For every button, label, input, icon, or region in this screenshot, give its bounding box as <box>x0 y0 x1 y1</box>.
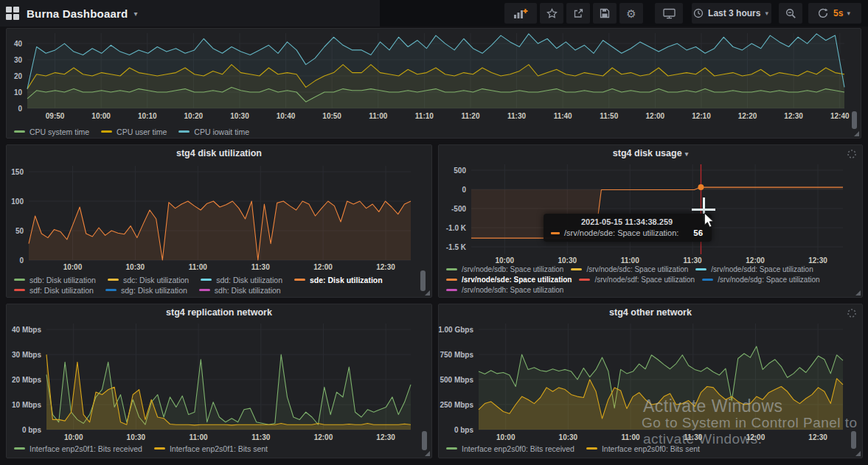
legend-item[interactable]: /srv/node/sdh: Space utilization <box>446 285 563 295</box>
legend-item[interactable]: Interface enp2s0f1: Bits received <box>14 444 142 453</box>
svg-text:12:10: 12:10 <box>692 112 711 120</box>
svg-text:10:00: 10:00 <box>496 433 515 441</box>
legend-item[interactable]: /srv/node/sdg: Space utilization <box>702 275 819 284</box>
legend-item[interactable]: CPU iowait time <box>178 127 249 136</box>
svg-text:12:30: 12:30 <box>808 433 827 441</box>
panel-title[interactable]: stg4 disk usage▾ <box>439 148 862 158</box>
activate-windows-watermark: Go to System in Control Panel to <box>642 415 858 431</box>
time-range-picker[interactable]: Last 3 hours ▾ <box>692 3 771 24</box>
graph-tooltip: 2021-05-15 11:34:38.259 /srv/node/sde: S… <box>544 214 712 242</box>
svg-text:11:10: 11:10 <box>415 112 434 120</box>
svg-text:11:00: 11:00 <box>622 433 640 441</box>
svg-text:11:20: 11:20 <box>461 112 479 120</box>
svg-text:11:30: 11:30 <box>251 433 270 441</box>
panel-resize-handle[interactable] <box>854 131 859 136</box>
legend-item[interactable]: /srv/node/sde: Space utilization <box>446 275 572 284</box>
svg-text:10:10: 10:10 <box>138 112 157 120</box>
svg-text:0 bps: 0 bps <box>454 426 474 434</box>
svg-text:10:40: 10:40 <box>277 112 296 120</box>
legend-item[interactable]: sdc: Disk utilization <box>108 275 189 284</box>
svg-text:-1.5 K: -1.5 K <box>446 243 467 251</box>
share-button[interactable] <box>566 3 590 24</box>
panel-replication-network: stg4 replication network 0 bps10 Mbps20 … <box>6 304 432 458</box>
scrollbar[interactable] <box>852 111 857 129</box>
panel-resize-handle[interactable] <box>855 451 861 456</box>
panel-title[interactable]: stg4 replication network <box>7 307 431 318</box>
panel-resize-handle[interactable] <box>425 290 430 296</box>
refresh-button[interactable]: 5s ▾ <box>808 3 861 24</box>
chevron-down-icon: ▾ <box>847 10 850 17</box>
navbar-toolbar: ⚙ Last 3 hours ▾ <box>501 3 861 24</box>
scrollbar[interactable] <box>422 431 427 450</box>
star-button[interactable] <box>540 3 563 24</box>
legend-item[interactable]: sde: Disk utilization <box>294 275 383 284</box>
grafana-logo-icon[interactable] <box>6 7 19 20</box>
chevron-down-icon: ▾ <box>685 150 689 158</box>
legend-item[interactable]: Interface enp2s0f1: Bits sent <box>154 444 268 453</box>
svg-text:0: 0 <box>18 105 22 113</box>
activate-windows-watermark: Activate Windows <box>643 396 783 416</box>
svg-text:10:00: 10:00 <box>496 256 515 265</box>
svg-text:750 Mbps: 750 Mbps <box>440 351 473 359</box>
panel-title[interactable]: stg4 other network <box>439 307 862 318</box>
svg-text:11:00: 11:00 <box>190 433 208 441</box>
legend-item[interactable]: /srv/node/sdb: Space utilization <box>446 265 563 274</box>
legend-item[interactable]: CPU system time <box>14 127 89 136</box>
svg-text:10: 10 <box>14 88 23 97</box>
legend-item[interactable]: /srv/node/sdc: Space utilization <box>571 265 688 274</box>
dashboard-title[interactable]: Burna Dashboaard <box>27 7 128 20</box>
svg-text:500: 500 <box>454 167 466 175</box>
svg-text:12:40: 12:40 <box>830 112 850 120</box>
svg-text:0: 0 <box>19 256 24 265</box>
tooltip-series-swatch <box>551 232 560 234</box>
time-range-label: Last 3 hours <box>708 8 760 18</box>
svg-text:-500: -500 <box>451 205 466 213</box>
dashboard-header: Burna Dashboaard ▾ <box>0 0 380 27</box>
cycle-view-mode-button[interactable] <box>655 3 683 24</box>
cpu-graph-chart[interactable]: 01020304009:5010:0010:1010:2010:3010:401… <box>7 29 861 138</box>
svg-text:12:00: 12:00 <box>646 112 665 120</box>
zoom-out-button[interactable] <box>779 3 802 24</box>
legend-item[interactable]: sdf: Disk utilization <box>14 285 94 295</box>
disk-usage-legend: /srv/node/sdb: Space utilization/srv/nod… <box>446 265 843 295</box>
save-button[interactable] <box>593 3 617 24</box>
tooltip-series-label: /srv/node/sde: Space utilization: <box>564 228 678 237</box>
panel-resize-handle[interactable] <box>855 290 861 296</box>
navbar: Burna Dashboaard ▾ <box>0 0 868 27</box>
legend-item[interactable]: sdh: Disk utilization <box>199 285 281 295</box>
svg-text:30 Mbps: 30 Mbps <box>12 351 41 359</box>
panel-title[interactable]: stg4 disk utilization <box>7 148 431 158</box>
scrollbar[interactable] <box>851 431 856 449</box>
svg-text:10:30: 10:30 <box>126 263 145 271</box>
panel-cpu-graph: 01020304009:5010:0010:1010:2010:3010:401… <box>6 28 861 139</box>
svg-text:10:30: 10:30 <box>127 433 146 441</box>
legend-item[interactable]: /srv/node/sdd: Space utilization <box>695 265 813 274</box>
replication-network-chart[interactable]: 0 bps10 Mbps20 Mbps30 Mbps40 Mbps10:0010… <box>7 304 431 458</box>
legend-item[interactable]: sdb: Disk utilization <box>14 275 96 284</box>
legend-item[interactable]: /srv/node/sdf: Space utilization <box>579 275 695 284</box>
svg-text:10:30: 10:30 <box>559 433 578 441</box>
panel-resize-handle[interactable] <box>425 451 430 456</box>
legend-item[interactable]: CPU user time <box>101 127 167 136</box>
svg-text:12:30: 12:30 <box>376 433 395 441</box>
settings-button[interactable]: ⚙ <box>619 3 643 24</box>
activate-windows-watermark: activate Windows. <box>643 431 763 447</box>
svg-text:100: 100 <box>11 197 24 206</box>
cpu-graph-legend: CPU system timeCPU user timeCPU iowait t… <box>14 127 841 136</box>
legend-item[interactable]: sdd: Disk utilization <box>201 275 282 284</box>
svg-text:150: 150 <box>11 168 24 176</box>
add-panel-button[interactable] <box>504 3 537 24</box>
svg-text:10:50: 10:50 <box>322 112 341 120</box>
svg-text:11:30: 11:30 <box>251 263 270 271</box>
legend-item[interactable]: sdg: Disk utilization <box>105 285 187 295</box>
svg-text:20 Mbps: 20 Mbps <box>12 376 41 384</box>
chevron-down-icon[interactable]: ▾ <box>133 10 137 18</box>
scrollbar[interactable] <box>420 270 426 291</box>
svg-text:11:50: 11:50 <box>600 112 618 120</box>
refresh-interval-label: 5s <box>833 8 843 18</box>
svg-text:0: 0 <box>462 186 466 194</box>
legend-item[interactable]: Interface enp2s0f0: Bits received <box>446 444 574 453</box>
svg-text:10:30: 10:30 <box>230 112 249 120</box>
gear-icon: ⚙ <box>626 8 636 19</box>
svg-text:20: 20 <box>14 72 23 80</box>
